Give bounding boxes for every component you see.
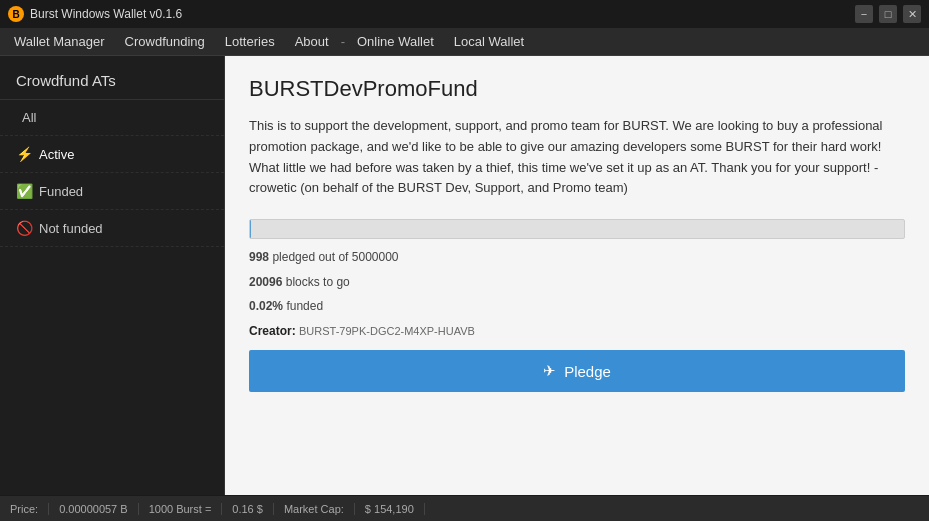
title-bar: B Burst Windows Wallet v0.1.6 − □ ✕: [0, 0, 929, 28]
menu-separator: -: [339, 34, 347, 49]
page-title: BURSTDevPromoFund: [249, 76, 905, 102]
sidebar-item-funded-label: Funded: [39, 184, 83, 199]
sidebar-item-not-funded[interactable]: 🚫 Not funded: [0, 210, 224, 247]
funded-percent: 0.02%: [249, 299, 283, 313]
status-marketcap-value: $ 154,190: [355, 503, 425, 515]
status-burst-label: 1000 Burst =: [139, 503, 223, 515]
app-icon: B: [8, 6, 24, 22]
maximize-button[interactable]: □: [879, 5, 897, 23]
status-price-value: 0.00000057 B: [49, 503, 139, 515]
close-button[interactable]: ✕: [903, 5, 921, 23]
sidebar-item-active[interactable]: ⚡ Active: [0, 136, 224, 173]
blocks-label: blocks to go: [286, 275, 350, 289]
stats-funded: 0.02% funded: [249, 296, 905, 316]
sidebar-item-funded[interactable]: ✅ Funded: [0, 173, 224, 210]
sidebar-title: Crowdfund ATs: [0, 56, 224, 100]
pledge-icon: ✈: [543, 362, 556, 380]
description-text: This is to support the development, supp…: [249, 116, 905, 199]
status-marketcap-label: Market Cap:: [274, 503, 355, 515]
sidebar-item-all[interactable]: All: [0, 100, 224, 136]
main-layout: Crowdfund ATs All ⚡ Active ✅ Funded 🚫 No…: [0, 56, 929, 495]
menu-about[interactable]: About: [285, 30, 339, 53]
blocks-value: 20096: [249, 275, 282, 289]
menu-crowdfunding[interactable]: Crowdfunding: [115, 30, 215, 53]
content-area: BURSTDevPromoFund This is to support the…: [225, 56, 929, 495]
active-icon: ⚡: [16, 146, 33, 162]
progress-bar-container: [249, 219, 905, 239]
app-title: Burst Windows Wallet v0.1.6: [30, 7, 855, 21]
stats-pledged: 998 pledged out of 5000000: [249, 247, 905, 267]
content-scroll[interactable]: BURSTDevPromoFund This is to support the…: [225, 56, 929, 495]
stats-blocks: 20096 blocks to go: [249, 272, 905, 292]
funded-icon: ✅: [16, 183, 33, 199]
sidebar-item-active-label: Active: [39, 147, 74, 162]
funded-label: funded: [286, 299, 323, 313]
status-burst-value: 0.16 $: [222, 503, 274, 515]
menu-local-wallet[interactable]: Local Wallet: [444, 30, 534, 53]
creator-address: BURST-79PK-DGC2-M4XP-HUAVB: [299, 325, 475, 337]
pledged-goal: 5000000: [352, 250, 399, 264]
sidebar-item-not-funded-label: Not funded: [39, 221, 103, 236]
not-funded-icon: 🚫: [16, 220, 33, 236]
sidebar-item-all-label: All: [22, 110, 36, 125]
minimize-button[interactable]: −: [855, 5, 873, 23]
pledge-button[interactable]: ✈ Pledge: [249, 350, 905, 392]
menu-online-wallet[interactable]: Online Wallet: [347, 30, 444, 53]
window-controls: − □ ✕: [855, 5, 921, 23]
pledged-amount: 998: [249, 250, 269, 264]
menu-lotteries[interactable]: Lotteries: [215, 30, 285, 53]
sidebar-nav: All ⚡ Active ✅ Funded 🚫 Not funded: [0, 100, 224, 247]
pledged-label: pledged out of: [272, 250, 351, 264]
creator-label: Creator:: [249, 324, 296, 338]
creator-line: Creator: BURST-79PK-DGC2-M4XP-HUAVB: [249, 324, 905, 338]
status-price-label: Price:: [10, 503, 49, 515]
status-bar: Price: 0.00000057 B 1000 Burst = 0.16 $ …: [0, 495, 929, 521]
menu-wallet-manager[interactable]: Wallet Manager: [4, 30, 115, 53]
pledge-label: Pledge: [564, 363, 611, 380]
sidebar: Crowdfund ATs All ⚡ Active ✅ Funded 🚫 No…: [0, 56, 225, 495]
menu-bar: Wallet Manager Crowdfunding Lotteries Ab…: [0, 28, 929, 56]
